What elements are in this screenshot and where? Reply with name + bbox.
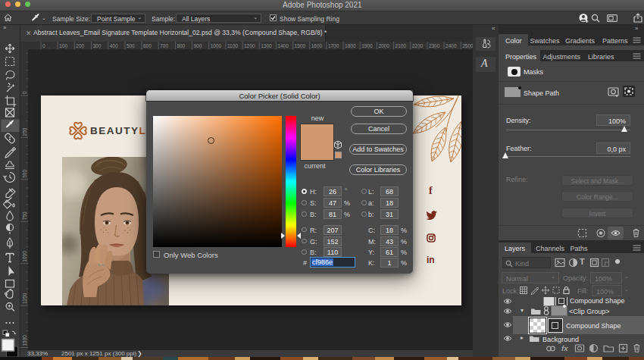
svg-text:1900: 1900 bbox=[361, 43, 373, 49]
svg-text:500: 500 bbox=[127, 43, 135, 49]
svg-text:1200: 1200 bbox=[244, 43, 255, 49]
svg-text:750: 750 bbox=[22, 211, 27, 220]
svg-text:2400: 2400 bbox=[445, 43, 457, 49]
svg-text:1100: 1100 bbox=[227, 43, 238, 49]
svg-text:2100: 2100 bbox=[395, 43, 407, 49]
svg-text:1250: 1250 bbox=[22, 293, 27, 304]
svg-text:0: 0 bbox=[22, 91, 27, 94]
svg-text:2500: 2500 bbox=[462, 43, 473, 49]
svg-text:2000: 2000 bbox=[378, 43, 389, 49]
svg-text:1500: 1500 bbox=[295, 43, 306, 49]
svg-text:500: 500 bbox=[22, 170, 27, 178]
svg-text:1600: 1600 bbox=[311, 43, 323, 49]
svg-text:1500: 1500 bbox=[22, 335, 27, 346]
svg-text:800: 800 bbox=[177, 43, 185, 49]
svg-text:250: 250 bbox=[22, 127, 27, 136]
svg-text:1300: 1300 bbox=[261, 43, 272, 49]
svg-text:1700: 1700 bbox=[328, 43, 339, 49]
svg-text:2200: 2200 bbox=[412, 43, 424, 49]
svg-text:2300: 2300 bbox=[429, 43, 440, 49]
svg-text:1400: 1400 bbox=[277, 43, 289, 49]
svg-text:0: 0 bbox=[42, 43, 45, 49]
svg-text:1000: 1000 bbox=[211, 43, 222, 49]
svg-text:1800: 1800 bbox=[345, 43, 356, 49]
svg-text:1000: 1000 bbox=[22, 251, 27, 262]
